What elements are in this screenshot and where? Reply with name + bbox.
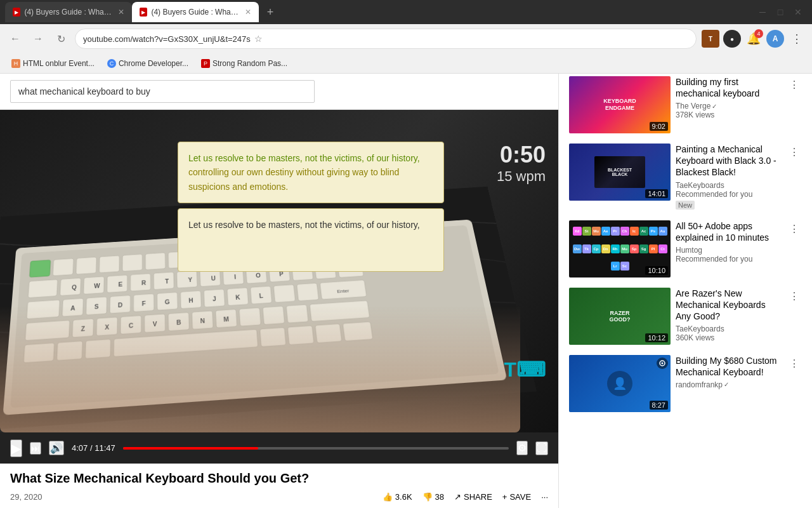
video-card-badge-1: New [676,201,695,210]
video-metadata: 29, 2020 👍 3.6K 👎 38 ↗ SHARE [10,486,548,508]
extensions-icon[interactable]: T [702,30,719,48]
thumbnail-0: KEYBOARDENDGAME 9:02 [569,76,671,133]
typing-prompt-rest: controlling our own destiny without givi… [188,167,399,191]
share-label: SHARE [464,492,492,502]
sidebar-video-3[interactable]: RAZERGOOD? 10:12 Are Razer's New Mechani… [559,283,812,350]
svg-rect-23 [177,271,197,288]
back-button[interactable]: ← [6,30,24,48]
more-options-4[interactable]: ⋮ [787,355,802,372]
tab-close-inactive[interactable]: ✕ [118,8,124,17]
profile-icon[interactable]: A [766,30,784,48]
sidebar-video-2[interactable]: Xd St Mu Ae Pr Ch Ic Ac Ps Au Dw Tk Cp D… [559,215,812,283]
thumbnail-label-0: KEYBOARDENDGAME [601,95,639,114]
bookmark-label-strong-random: Strong Random Pas... [213,59,287,68]
video-card-views-3: 360K views [676,333,782,342]
svg-text:E: E [118,281,122,288]
sidebar-video-4[interactable]: 👤 8:27 Building My $680 Custom Mechanica… [559,350,812,417]
svg-text:Enter: Enter [337,288,350,294]
yt-icon[interactable]: ● [723,30,741,48]
more-options-0[interactable]: ⋮ [787,76,802,93]
play-button[interactable]: ▶ [10,439,22,457]
svg-text:Y: Y [188,276,193,283]
thumbs-up-icon: 👍 [383,492,393,502]
video-controls: ▶ ⏭ 🔊 4:07 / 11:47 ⚙ ⛶ [0,432,558,464]
tab-active[interactable]: ▶ (4) Buyers Guide : What Size ✕ [132,2,259,22]
save-label: SAVE [509,492,531,502]
bookmark-chrome[interactable]: C Chrome Developer... [102,57,193,70]
volume-button[interactable]: 🔊 [49,441,64,455]
svg-text:R: R [141,279,146,286]
address-text: youtube.com/watch?v=GxS30X_unjU&t=247s [83,34,251,44]
notification-badge[interactable]: 🔔 4 [745,30,763,48]
video-player[interactable]: Q W E R T Y U I O P [0,110,558,432]
duration-badge-2: 10:10 [645,266,668,275]
sidebar-video-0[interactable]: KEYBOARDENDGAME 9:02 Building my first m… [559,74,812,138]
dislike-button[interactable]: 👎 38 [422,492,444,502]
thumbnail-1: BLACKESTBLACK 14:01 [569,144,671,201]
bookmark-strong-random[interactable]: P Strong Random Pas... [196,57,292,70]
progress-fill [123,447,258,450]
bookmark-favicon-strong-random: P [201,59,210,68]
typing-area[interactable]: Let us resolve to be masters, not the vi… [178,208,444,272]
svg-text:T: T [165,278,169,285]
duration-badge-0: 9:02 [650,122,668,131]
svg-point-94 [662,362,664,364]
svg-rect-17 [28,279,58,298]
thumbnail-2: Xd St Mu Ae Pr Ch Ic Ac Ps Au Dw Tk Cp D… [569,220,671,277]
more-options-button[interactable]: ··· [541,492,548,502]
share-button[interactable]: ↗ SHARE [454,492,492,502]
video-background: Q W E R T Y U I O P [0,110,558,432]
address-bar[interactable]: youtube.com/watch?v=GxS30X_unjU&t=247s ☆ [75,29,697,49]
svg-rect-18 [60,278,81,296]
like-button[interactable]: 👍 3.6K [383,492,412,502]
sidebar-video-1[interactable]: BLACKESTBLACK 14:01 Painting a Mechanica… [559,138,812,215]
video-card-channel-2: Humtog [676,246,782,255]
thumbnail-label-3: RAZERGOOD? [607,307,633,325]
tab-close-active[interactable]: ✕ [245,8,251,17]
more-options-2[interactable]: ⋮ [787,220,802,237]
navigation-bar: ← → ↻ youtube.com/watch?v=GxS30X_unjU&t=… [0,24,812,53]
tab-title-inactive: (4) Buyers Guide : What Size [24,8,112,17]
minimize-button[interactable]: ─ [754,3,771,21]
maximize-button[interactable]: □ [771,3,789,21]
tk-watermark: T⌨ [504,358,546,382]
svg-rect-21 [131,274,151,291]
fullscreen-button[interactable]: ⛶ [535,441,548,455]
time-display: 0:50 [497,142,546,168]
more-options-3[interactable]: ⋮ [787,288,802,305]
video-card-channel-1: TaeKeyboards [676,181,782,190]
content-wrapper: Q W E R T Y U I O P [0,74,558,508]
video-card-channel-4: randomfrankp ✓ [676,380,782,389]
bookmark-star-icon[interactable]: ☆ [254,34,263,44]
search-input[interactable] [10,80,315,103]
menu-icon[interactable]: ⋮ [788,30,806,48]
svg-text:Q: Q [72,284,77,291]
video-info: What Size Mechanical Keyboard Should you… [0,464,558,508]
save-button[interactable]: + SAVE [502,492,531,502]
video-card-views-1: Recommended for you [676,190,782,199]
svg-text:H: H [188,297,193,304]
svg-rect-20 [107,275,128,293]
forward-button[interactable]: → [29,30,47,48]
settings-button[interactable]: ⚙ [516,441,528,455]
new-tab-button[interactable]: + [261,3,279,21]
duration-badge-4: 8:27 [650,401,668,410]
progress-bar[interactable] [123,447,509,450]
share-icon: ↗ [454,492,461,502]
video-card-title-2: All 50+ Adobe apps explained in 10 minut… [676,220,782,243]
video-meta-1: Painting a Mechanical Keyboard with Blac… [676,144,782,210]
svg-rect-8 [145,253,166,270]
tab-inactive[interactable]: ▶ (4) Buyers Guide : What Size ✕ [5,2,132,22]
bookmark-html[interactable]: H HTML onblur Event... [6,57,100,70]
next-button[interactable]: ⏭ [30,442,41,455]
duration-badge-3: 10:12 [645,333,668,342]
reload-button[interactable]: ↻ [52,30,70,48]
save-icon: + [502,492,508,502]
video-card-views-0: 378K views [676,110,782,119]
like-count: 3.6K [395,492,412,502]
svg-text:U: U [211,275,216,282]
close-window-button[interactable]: ✕ [789,3,807,21]
thumbnail-4: 👤 8:27 [569,355,671,412]
more-options-1[interactable]: ⋮ [787,144,802,161]
duration-badge-1: 14:01 [645,189,668,198]
